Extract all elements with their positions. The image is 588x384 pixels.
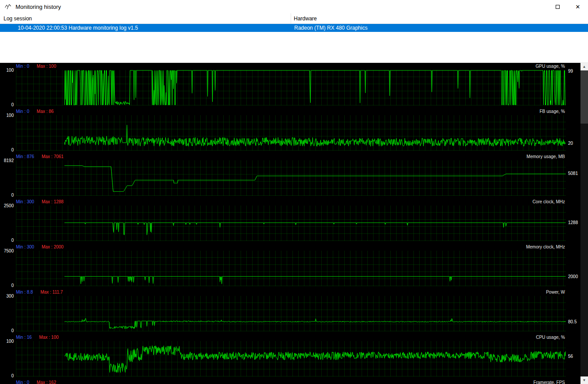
scroll-down-icon: ▼ (583, 378, 586, 382)
plot-area[interactable]: 100 0 99 (16, 70, 566, 105)
min-label: Min : 0 (16, 380, 29, 384)
close-button[interactable]: ✕ (568, 0, 588, 13)
current-value-label: 1288 (566, 221, 578, 225)
scrollbar-thumb[interactable] (580, 70, 588, 124)
panel-framerate-fps: Min : 0 Max : 162 Framerate, FPS (0, 380, 580, 384)
window-title: Monitoring history (16, 4, 61, 10)
panel-power-w: Min : 8.8 Max : 111.7 Power, W 300 0 80.… (0, 290, 580, 331)
window-controls: ✕ (547, 0, 588, 13)
axis-max-label: 300 (0, 294, 14, 299)
current-value-label: 20 (566, 141, 573, 146)
panel-title: Memory clock, MHz (526, 244, 565, 250)
maximize-icon (556, 5, 560, 9)
log-session-row-selected[interactable]: 10-04-2020 22:00:53 Hardware monitoring … (0, 24, 588, 32)
panel-core-clock-mhz: Min : 300 Max : 1288 Core clock, MHz 250… (0, 199, 580, 241)
panel-gpu-usage: Min : 0 Max : 100 GPU usage, % 100 0 99 (0, 64, 580, 105)
trace-canvas (16, 70, 566, 105)
scrollbar[interactable]: ▲ ▼ (580, 63, 588, 384)
panel-title: GPU usage, % (536, 64, 565, 69)
panel-header: Min : 300 Max : 2000 Memory clock, MHz (0, 244, 580, 250)
axis-max-label: 100 (0, 68, 14, 73)
max-label: Max : 162 (37, 380, 56, 384)
panel-header: Min : 16 Max : 100 CPU usage, % (0, 335, 580, 340)
panel-header: Min : 8.8 Max : 111.7 Power, W (0, 290, 580, 295)
min-label: Min : 8.8 (16, 290, 33, 295)
panel-title: Core clock, MHz (533, 199, 565, 205)
current-value-label: 80.5 (566, 320, 576, 324)
axis-max-label: 8192 (0, 159, 14, 163)
trace-canvas (16, 206, 566, 241)
scroll-down-button[interactable]: ▼ (580, 376, 588, 384)
app-icon (4, 3, 12, 10)
column-header-log-session[interactable]: Log session (0, 13, 291, 23)
axis-max-label: 100 (0, 339, 14, 344)
plot-area[interactable]: 7500 0 2000 (16, 251, 566, 286)
plot-area[interactable]: 100 0 56 (16, 341, 566, 376)
trace-canvas (16, 251, 566, 286)
column-header-hardware[interactable]: Hardware (291, 13, 588, 23)
max-label: Max : 100 (37, 64, 56, 69)
max-label: Max : 100 (39, 335, 58, 340)
axis-max-label: 7500 (0, 249, 14, 253)
panel-header: Min : 0 Max : 86 FB usage, % (0, 109, 580, 114)
panel-title: CPU usage, % (536, 335, 565, 340)
plot-area[interactable]: 300 0 80.5 (16, 296, 566, 331)
panel-header: Min : 0 Max : 100 GPU usage, % (0, 64, 580, 69)
panel-header: Min : 876 Max : 7061 Memory usage, MB (0, 154, 580, 159)
panel-memory-clock-mhz: Min : 300 Max : 2000 Memory clock, MHz 7… (0, 244, 580, 286)
panels: Min : 0 Max : 100 GPU usage, % 100 0 99 … (0, 63, 580, 384)
axis-max-label: 100 (0, 113, 14, 118)
max-label: Max : 2000 (42, 244, 63, 249)
list-header: Log session Hardware (0, 13, 588, 24)
axis-min-label: 0 (0, 374, 14, 378)
panel-title: FB usage, % (540, 109, 565, 114)
min-label: Min : 300 (16, 244, 34, 249)
panel-memory-usage-mb: Min : 876 Max : 7061 Memory usage, MB 81… (0, 154, 580, 196)
min-label: Min : 300 (16, 199, 34, 204)
monitoring-history-window: Monitoring history ✕ Log session Hardwar… (0, 0, 588, 384)
axis-min-label: 0 (0, 103, 14, 107)
axis-max-label: 2500 (0, 204, 14, 208)
scrollbar-track[interactable] (580, 70, 588, 376)
log-session-cell: 10-04-2020 22:00:53 Hardware monitoring … (0, 25, 291, 31)
trace-canvas (16, 115, 566, 151)
min-label: Min : 0 (16, 64, 29, 69)
trace-canvas (16, 341, 566, 376)
panel-header: Min : 300 Max : 1288 Core clock, MHz (0, 199, 580, 205)
maximize-button[interactable] (547, 0, 568, 13)
plot-area[interactable]: 8192 0 5081 (16, 160, 566, 196)
plot-area[interactable]: 2500 0 1288 (16, 206, 566, 241)
axis-min-label: 0 (0, 329, 14, 333)
panel-cpu-usage: Min : 16 Max : 100 CPU usage, % 100 0 56 (0, 335, 580, 376)
graph-area: Min : 0 Max : 100 GPU usage, % 100 0 99 … (0, 63, 588, 384)
current-value-label: 2000 (566, 275, 578, 279)
min-label: Min : 16 (16, 335, 32, 340)
close-icon: ✕ (576, 4, 580, 10)
log-session-list: Log session Hardware 10-04-2020 22:00:53… (0, 13, 588, 63)
axis-min-label: 0 (0, 193, 14, 198)
panel-header: Min : 0 Max : 162 Framerate, FPS (0, 380, 580, 384)
panel-title: Framerate, FPS (533, 380, 565, 384)
axis-min-label: 0 (0, 148, 14, 152)
axis-min-label: 0 (0, 283, 14, 288)
scroll-up-button[interactable]: ▲ (580, 63, 588, 70)
max-label: Max : 1288 (42, 199, 63, 204)
current-value-label: 5081 (566, 171, 578, 176)
hardware-cell: Radeon (TM) RX 480 Graphics (291, 25, 588, 31)
max-label: Max : 86 (37, 109, 54, 114)
titlebar: Monitoring history ✕ (0, 0, 588, 13)
min-label: Min : 876 (16, 154, 34, 159)
axis-min-label: 0 (0, 238, 14, 243)
plot-area[interactable]: 100 0 20 (16, 115, 566, 151)
panel-title: Power, W (546, 290, 565, 295)
trace-canvas (16, 160, 566, 196)
current-value-label: 56 (566, 354, 573, 359)
scroll-up-icon: ▲ (583, 65, 586, 69)
panel-fb-usage: Min : 0 Max : 86 FB usage, % 100 0 20 (0, 109, 580, 151)
panel-title: Memory usage, MB (526, 154, 565, 159)
min-label: Min : 0 (16, 109, 29, 114)
max-label: Max : 7061 (42, 154, 63, 159)
max-label: Max : 111.7 (40, 290, 63, 295)
current-value-label: 99 (566, 69, 573, 74)
trace-canvas (16, 296, 566, 331)
